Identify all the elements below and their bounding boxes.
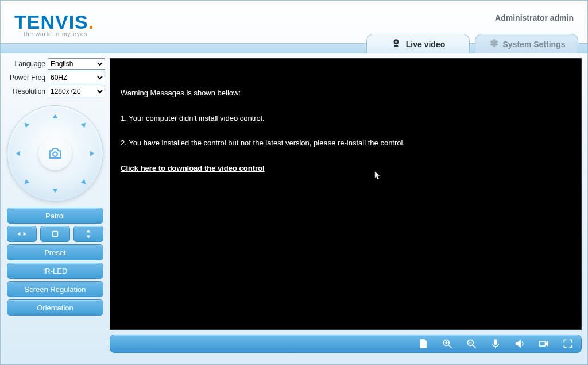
- preset-button[interactable]: Preset: [7, 244, 103, 260]
- fullscreen-button[interactable]: [562, 337, 574, 350]
- horizontal-scan-button[interactable]: [7, 226, 37, 242]
- language-select[interactable]: English: [48, 58, 105, 70]
- zoom-in-icon: [442, 338, 453, 349]
- zoom-out-icon: [466, 338, 477, 349]
- svg-point-2: [53, 152, 57, 156]
- tab-live-video[interactable]: Live video: [366, 34, 470, 53]
- resolution-select[interactable]: 1280x720: [48, 86, 105, 97]
- page-icon: [417, 338, 429, 349]
- svg-rect-3: [53, 232, 58, 237]
- record-button[interactable]: [537, 337, 550, 350]
- warning-header: Warning Messages is shown bellow:: [121, 87, 571, 99]
- zoom-out-button[interactable]: [465, 337, 478, 350]
- snapshot-tool-button[interactable]: [417, 337, 430, 350]
- screen-regulation-button[interactable]: Screen Regulation: [7, 281, 103, 297]
- orientation-button[interactable]: Orientation: [7, 299, 103, 316]
- svg-point-1: [395, 41, 397, 43]
- brand-name: TENVIS.: [14, 11, 94, 33]
- brand-dot-icon: .: [88, 11, 94, 33]
- resolution-row: Resolution 1280x720: [5, 86, 105, 97]
- speaker-icon: [514, 338, 525, 349]
- ir-led-button[interactable]: IR-LED: [7, 263, 103, 279]
- vertical-scan-button[interactable]: [74, 226, 103, 242]
- header: TENVIS. the world in my eyes Administrat…: [1, 1, 587, 53]
- ir-led-label: IR-LED: [43, 267, 68, 275]
- fullscreen-icon: [562, 338, 574, 349]
- svg-line-9: [473, 345, 476, 348]
- download-control-link[interactable]: Click here to download the video control: [121, 164, 265, 172]
- warning-line-2: 2. You have installed the control but no…: [121, 137, 571, 149]
- horizontal-arrows-icon: [17, 229, 27, 239]
- tab-live-label: Live video: [406, 40, 445, 49]
- ptz-snapshot-button[interactable]: [38, 137, 72, 170]
- language-row: Language English: [5, 58, 105, 70]
- gear-icon: [488, 38, 498, 50]
- stop-button[interactable]: [40, 226, 70, 242]
- video-camera-icon: [538, 338, 550, 349]
- patrol-button[interactable]: Patrol: [7, 208, 103, 224]
- language-label: Language: [5, 60, 45, 68]
- ptz-right-button[interactable]: [86, 148, 98, 159]
- webcam-icon: [391, 38, 401, 50]
- admin-user-label: Administrator admin: [495, 13, 574, 22]
- warning-line-1: 1. Your computer didn't install video co…: [121, 113, 571, 124]
- camera-icon: [47, 145, 63, 162]
- orientation-label: Orientation: [37, 303, 74, 312]
- power-freq-row: Power Freq 60HZ: [5, 72, 105, 83]
- brand-name-text: TENVIS: [14, 11, 88, 33]
- microphone-icon: [490, 338, 501, 349]
- svg-rect-11: [494, 340, 497, 345]
- ptz-up-button[interactable]: [49, 111, 61, 122]
- speaker-button[interactable]: [513, 337, 526, 350]
- tab-system-settings[interactable]: System Settings: [475, 34, 578, 53]
- svg-line-5: [449, 345, 452, 348]
- svg-rect-13: [540, 341, 546, 346]
- screen-regulation-label: Screen Regulation: [25, 285, 86, 294]
- zoom-in-button[interactable]: [441, 337, 454, 350]
- preset-label: Preset: [44, 248, 66, 257]
- power-freq-select[interactable]: 60HZ: [48, 72, 105, 83]
- tab-row: Live video System Settings: [1, 34, 587, 53]
- ptz-control: [7, 105, 103, 202]
- bottom-toolbar: [110, 335, 582, 353]
- resolution-label: Resolution: [5, 87, 45, 95]
- patrol-label: Patrol: [45, 212, 65, 220]
- ptz-left-button[interactable]: [13, 148, 24, 159]
- stop-icon: [50, 229, 60, 239]
- tab-settings-label: System Settings: [503, 40, 566, 49]
- main-area: Language English Power Freq 60HZ Resolut…: [1, 53, 587, 364]
- sidebar: Language English Power Freq 60HZ Resolut…: [5, 58, 105, 359]
- video-pane: Warning Messages is shown bellow: 1. You…: [110, 58, 582, 330]
- ptz-mini-row: [7, 226, 103, 242]
- power-freq-label: Power Freq: [5, 74, 45, 82]
- ptz-down-button[interactable]: [49, 185, 61, 196]
- microphone-button[interactable]: [489, 337, 502, 350]
- vertical-arrows-icon: [83, 229, 94, 239]
